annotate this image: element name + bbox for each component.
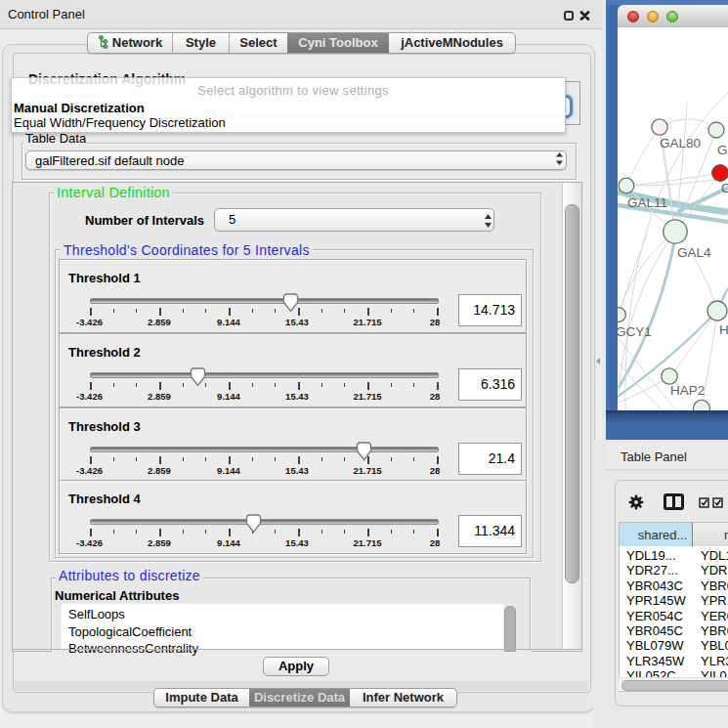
svg-text:C: C — [721, 181, 728, 195]
svg-text:GA: GA — [717, 143, 728, 157]
svg-text:GAL80: GAL80 — [660, 136, 701, 150]
svg-text:GCY1: GCY1 — [618, 324, 652, 339]
svg-text:GAL4: GAL4 — [677, 245, 711, 260]
svg-text:H: H — [719, 322, 728, 337]
svg-text:HAP2: HAP2 — [670, 383, 705, 398]
svg-text:GAL11: GAL11 — [627, 195, 667, 210]
